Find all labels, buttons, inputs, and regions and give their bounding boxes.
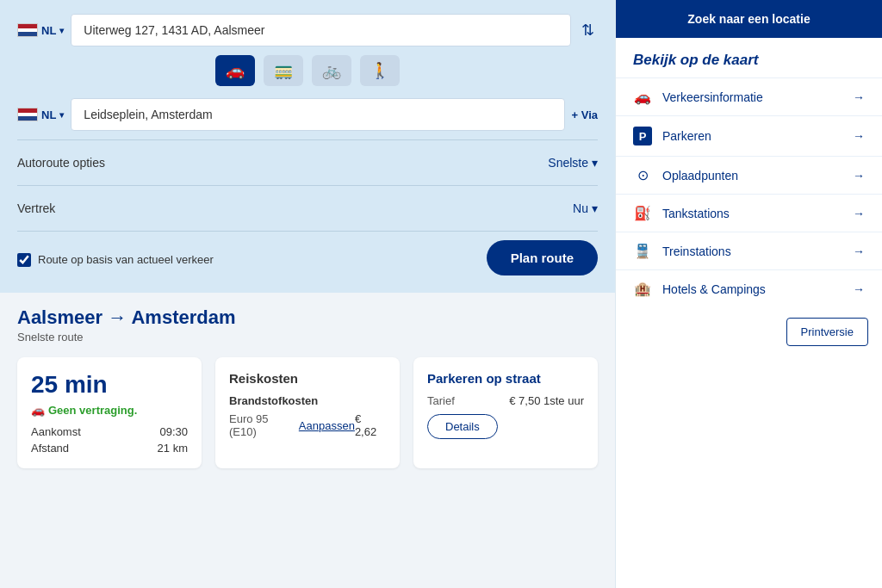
transport-modes: 🚗 🚃 🚲 🚶 — [17, 55, 598, 86]
menu-item-treinstations[interactable]: 🚆 Treinstations → — [616, 232, 882, 269]
transport-walk-btn[interactable]: 🚶 — [360, 55, 400, 86]
car-icon-small: 🚗 — [31, 404, 45, 417]
search-location-button[interactable]: Zoek naar een locatie — [616, 0, 882, 38]
autoroute-options-row: Autoroute opties Snelste ▾ — [17, 149, 598, 176]
menu-label-tankstations: Tankstations — [662, 207, 730, 220]
via-button[interactable]: + Via — [572, 108, 598, 121]
actueel-verkeer-checkbox[interactable] — [17, 253, 31, 267]
aankomst-label: Aankomst — [31, 425, 81, 438]
from-country-chevron: ▾ — [59, 26, 64, 35]
menu-item-hotels[interactable]: 🏨 Hotels & Campings → — [616, 269, 882, 307]
print-button[interactable]: Printversie — [786, 318, 868, 346]
transport-car-btn[interactable]: 🚗 — [215, 55, 255, 86]
nl-flag-to — [17, 108, 38, 121]
train-icon: 🚆 — [633, 243, 652, 259]
travel-time: 25 min — [31, 371, 188, 399]
right-section-title: Bekijk op de kaart — [616, 38, 882, 77]
car-icon: 🚗 — [633, 89, 652, 105]
fuel-price: € 2,62 — [355, 412, 386, 438]
arrow-treinstations: → — [853, 244, 865, 258]
autoroute-options-chevron: ▾ — [592, 156, 598, 170]
no-delay-badge: 🚗 Geen vertraging. — [31, 404, 188, 417]
reiskosten-title: Reiskosten — [229, 371, 386, 386]
cards-row: 25 min 🚗 Geen vertraging. Aankomst 09:30… — [17, 357, 598, 468]
from-country-label: NL — [41, 24, 56, 37]
vertrek-label: Vertrek — [17, 201, 55, 215]
parking-card: Parkeren op straat Tarief € 7,50 1ste uu… — [413, 357, 598, 468]
menu-item-verkeersinformatie[interactable]: 🚗 Verkeersinformatie → — [616, 77, 882, 115]
menu-label-parkeren: Parkeren — [662, 129, 711, 143]
divider-1 — [17, 139, 598, 140]
nl-flag — [17, 23, 38, 37]
parking-icon: P — [633, 127, 652, 145]
parking-card-title: Parkeren op straat — [427, 371, 584, 386]
hotel-icon: 🏨 — [633, 281, 652, 297]
autoroute-options-label: Autoroute opties — [17, 156, 105, 170]
menu-item-parkeren[interactable]: P Parkeren → — [616, 115, 882, 156]
fuel-icon: ⛽ — [633, 205, 652, 221]
to-address-input[interactable] — [71, 98, 564, 131]
menu-item-tankstations[interactable]: ⛽ Tankstations → — [616, 194, 882, 232]
fuel-type: Euro 95 (E10) — [229, 412, 299, 438]
results-section: Aalsmeer → Amsterdam Snelste route 25 mi… — [0, 293, 615, 482]
autoroute-options-value-select[interactable]: Snelste ▾ — [548, 156, 598, 170]
parking-tarief-row: Tarief € 7,50 1ste uur — [427, 394, 584, 407]
from-address-input[interactable] — [71, 14, 571, 46]
charging-icon: ⊙ — [633, 167, 652, 183]
to-country-label: NL — [41, 108, 56, 121]
route-planner: NL ▾ ⇅ 🚗 🚃 🚲 🚶 NL ▾ + Via Autoro — [0, 0, 615, 293]
route-subtitle: Snelste route — [17, 331, 598, 344]
to-country-chevron: ▾ — [59, 110, 64, 120]
menu-label-treinstations: Treinstations — [662, 244, 731, 258]
checkbox-label: Route op basis van actueel verkeer — [38, 253, 214, 266]
tarief-value: € 7,50 1ste uur — [509, 394, 584, 407]
afstand-value: 21 km — [158, 442, 188, 455]
transport-bike-btn[interactable]: 🚲 — [312, 55, 351, 86]
tarief-label: Tarief — [427, 394, 455, 407]
checkbox-row: Route op basis van actueel verkeer — [17, 253, 214, 267]
menu-label-oplaadpunten: Oplaadpunten — [662, 169, 738, 183]
transport-train-btn[interactable]: 🚃 — [264, 55, 303, 86]
plan-route-button[interactable]: Plan route — [487, 240, 598, 275]
afstand-label: Afstand — [31, 442, 69, 455]
vertrek-row: Vertrek Nu ▾ — [17, 195, 598, 222]
divider-3 — [17, 231, 598, 232]
arrow-hotels: → — [853, 282, 865, 296]
afstand-row: Afstand 21 km — [31, 442, 188, 455]
fuel-label: Brandstofkosten — [229, 394, 386, 407]
arrow-tankstations: → — [853, 207, 865, 220]
parking-details-button[interactable]: Details — [427, 414, 498, 439]
plan-route-section: Route op basis van actueel verkeer Plan … — [17, 240, 598, 275]
to-row: NL ▾ + Via — [17, 98, 598, 131]
no-delay-text: Geen vertraging. — [48, 404, 137, 417]
from-row: NL ▾ ⇅ — [17, 14, 598, 46]
menu-label-verkeersinformatie: Verkeersinformatie — [662, 90, 763, 104]
print-area: Printversie — [616, 307, 882, 356]
to-country-select[interactable]: NL ▾ — [17, 108, 64, 121]
arrow-verkeersinformatie: → — [853, 90, 865, 104]
travel-time-card: 25 min 🚗 Geen vertraging. Aankomst 09:30… — [17, 357, 202, 468]
aankomst-row: Aankomst 09:30 — [31, 425, 188, 438]
aankomst-value: 09:30 — [159, 425, 188, 438]
menu-label-hotels: Hotels & Campings — [662, 282, 766, 296]
fuel-adjust-link[interactable]: Aanpassen — [299, 419, 355, 432]
from-country-select[interactable]: NL ▾ — [17, 23, 64, 37]
fuel-row: Euro 95 (E10) Aanpassen € 2,62 — [229, 412, 386, 438]
vertrek-chevron: ▾ — [592, 201, 598, 215]
reiskosten-card: Reiskosten Brandstofkosten Euro 95 (E10)… — [215, 357, 400, 468]
route-title: Aalsmeer → Amsterdam — [17, 306, 598, 329]
menu-item-oplaadpunten[interactable]: ⊙ Oplaadpunten → — [616, 156, 882, 194]
vertrek-value: Nu — [573, 201, 588, 215]
swap-icon[interactable]: ⇅ — [578, 17, 598, 43]
vertrek-value-select[interactable]: Nu ▾ — [573, 201, 598, 215]
arrow-parkeren: → — [853, 129, 865, 143]
right-panel: Zoek naar een locatie Bekijk op de kaart… — [615, 0, 882, 588]
autoroute-options-value: Snelste — [548, 156, 588, 170]
divider-2 — [17, 185, 598, 186]
arrow-oplaadpunten: → — [853, 169, 865, 183]
